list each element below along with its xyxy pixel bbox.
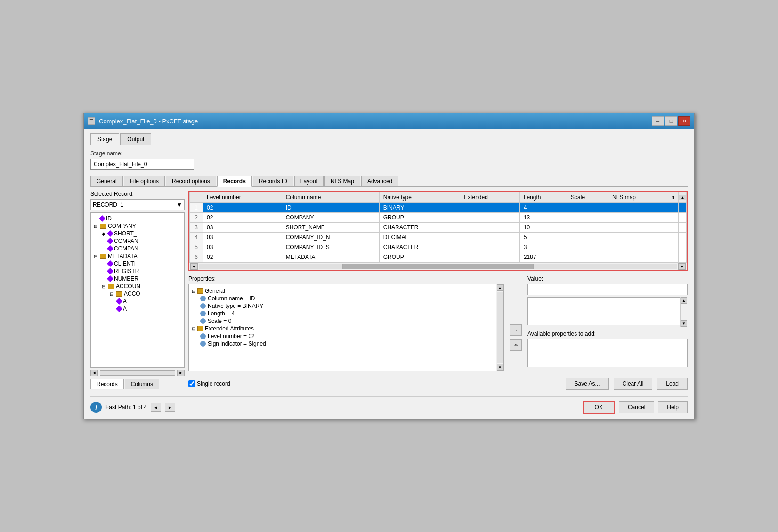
value-input[interactable] xyxy=(527,284,688,295)
tab-record-options[interactable]: Record options xyxy=(166,176,216,186)
cell-nlsmap xyxy=(608,213,667,223)
hscroll-right-btn[interactable]: ► xyxy=(678,263,686,270)
table-row[interactable]: 2 02 COMPANY GROUP 13 xyxy=(190,213,687,223)
tab-nls-map[interactable]: NLS Map xyxy=(324,176,360,186)
cell-length: 2187 xyxy=(519,252,567,262)
value-vscroll-down[interactable]: ▼ xyxy=(681,320,687,327)
tree-item-metadata: ⊟ METADATA xyxy=(93,252,182,260)
selected-record-dropdown[interactable]: RECORD_1 ▼ xyxy=(90,199,185,210)
add-property-button[interactable]: → xyxy=(510,324,522,336)
table-hscroll[interactable]: ◄ ► xyxy=(189,262,687,270)
prop-label: Column name = ID xyxy=(208,295,255,302)
expand-extended-icon[interactable]: ⊟ xyxy=(192,326,195,331)
vscroll-up-btn[interactable]: ▲ xyxy=(497,284,503,291)
cell-nativetype: CHARACTER xyxy=(379,223,460,233)
middle-arrows: → ↠ xyxy=(509,275,523,371)
cell-nativetype: GROUP xyxy=(379,252,460,262)
cell-colname: SHORT_NAME xyxy=(282,223,379,233)
tree-scroll-left[interactable]: ◄ xyxy=(90,370,98,376)
table-row[interactable]: 3 03 SHORT_NAME CHARACTER 10 xyxy=(190,223,687,233)
available-props-box[interactable] xyxy=(527,339,688,367)
minimize-button[interactable]: – xyxy=(652,116,664,126)
col-nativetype[interactable]: Native type xyxy=(379,192,460,203)
clear-all-button[interactable]: Clear All xyxy=(614,378,653,390)
bottom-tabs: Records Columns xyxy=(90,379,185,389)
prop-label: Extended Attributes xyxy=(205,325,254,332)
cell-nlsmap xyxy=(608,242,667,252)
tab-advanced[interactable]: Advanced xyxy=(361,176,398,186)
cell-extended xyxy=(460,233,520,242)
col-length[interactable]: Length xyxy=(519,192,567,203)
col-extended[interactable]: Extended xyxy=(460,192,520,203)
table-row[interactable]: 6 02 METADATA GROUP 2187 xyxy=(190,252,687,262)
tree-label: CLIENTI xyxy=(114,260,136,267)
ok-button[interactable]: OK xyxy=(583,401,615,414)
props-vscroll[interactable]: ▲ ▼ xyxy=(496,284,503,371)
hscroll-left-btn[interactable]: ◄ xyxy=(190,263,198,270)
cell-scroll xyxy=(679,242,687,252)
value-textarea[interactable] xyxy=(527,297,680,325)
tree-scroll-right[interactable]: ► xyxy=(177,370,185,376)
cell-nlsmap xyxy=(608,233,667,242)
row-num: 6 xyxy=(190,252,203,262)
info-icon: i xyxy=(90,402,102,413)
save-as-button[interactable]: Save As... xyxy=(566,378,609,390)
cell-scale xyxy=(567,233,608,242)
prev-nav-button[interactable]: ◄ xyxy=(151,403,161,412)
tab-records[interactable]: Records xyxy=(217,176,252,187)
tree-expand-acco[interactable]: ⊟ xyxy=(109,291,114,297)
hscroll-thumb[interactable] xyxy=(342,264,534,269)
single-record-checkbox[interactable] xyxy=(188,380,195,387)
row-num: 4 xyxy=(190,233,203,242)
col-level[interactable]: Level number xyxy=(203,192,282,203)
hscroll-track[interactable] xyxy=(199,264,677,269)
cell-n xyxy=(667,223,679,233)
tree-expand-metadata[interactable]: ⊟ xyxy=(93,254,98,259)
vscroll-down-btn[interactable]: ▼ xyxy=(497,364,503,371)
prop-item-signindicator: Sign indicator = Signed xyxy=(200,340,494,347)
add-property-end-button[interactable]: ↠ xyxy=(510,339,522,351)
maximize-button[interactable]: □ xyxy=(665,116,677,126)
diamond-icon xyxy=(107,230,113,237)
tab-columns-bottom[interactable]: Columns xyxy=(125,379,159,389)
data-table: Level number Column name Native type Ext… xyxy=(189,192,687,262)
tab-records-id[interactable]: Records ID xyxy=(253,176,293,186)
tab-output[interactable]: Output xyxy=(120,133,151,145)
load-button[interactable]: Load xyxy=(657,378,688,390)
tab-general[interactable]: General xyxy=(90,176,123,186)
help-button[interactable]: Help xyxy=(658,401,688,413)
tab-file-options[interactable]: File options xyxy=(124,176,165,186)
close-button[interactable]: ✕ xyxy=(678,116,690,126)
value-vscroll[interactable]: ▲ ▼ xyxy=(680,297,688,327)
fast-path-text: Fast Path: 1 of 4 xyxy=(105,404,147,411)
tab-layout[interactable]: Layout xyxy=(294,176,324,186)
table-row[interactable]: 4 03 COMPANY_ID_N DECIMAL 5 xyxy=(190,233,687,242)
cancel-button[interactable]: Cancel xyxy=(619,401,654,413)
tab-stage[interactable]: Stage xyxy=(90,133,119,145)
cell-colname: METADATA xyxy=(282,252,379,262)
col-colname[interactable]: Column name xyxy=(282,192,379,203)
tree-label: ACCO xyxy=(124,290,140,297)
cell-colname: COMPANY_ID_N xyxy=(282,233,379,242)
tree-view[interactable]: ID ⊟ COMPANY ◆ SHORT_ xyxy=(90,212,185,368)
tree-expand-accoun[interactable]: ⊟ xyxy=(101,284,106,289)
stage-name-input[interactable] xyxy=(90,159,194,170)
gear-icon xyxy=(200,296,206,301)
prop-item-extended-attrs[interactable]: ⊟ Extended Attributes xyxy=(192,325,494,332)
tree-label: REGISTR xyxy=(114,268,139,274)
value-vscroll-up[interactable]: ▲ xyxy=(681,297,687,304)
prop-item-colname: Column name = ID xyxy=(200,295,494,302)
tree-expand-company[interactable]: ⊟ xyxy=(93,224,98,229)
col-nlsmap[interactable]: NLS map xyxy=(608,192,667,203)
prop-item-general[interactable]: ⊟ General xyxy=(192,287,494,295)
single-record-checkbox-label[interactable]: Single record xyxy=(188,380,230,387)
table-row[interactable]: 5 03 COMPANY_ID_S CHARACTER 3 xyxy=(190,242,687,252)
cell-n xyxy=(667,242,679,252)
prop-item-scale: Scale = 0 xyxy=(200,317,494,325)
col-n[interactable]: n xyxy=(667,192,679,203)
col-scale[interactable]: Scale xyxy=(567,192,608,203)
table-row[interactable]: 1 02 ID BINARY 4 xyxy=(190,203,687,213)
next-nav-button[interactable]: ► xyxy=(165,403,175,412)
tab-records-bottom[interactable]: Records xyxy=(90,379,124,389)
expand-general-icon[interactable]: ⊟ xyxy=(192,289,195,294)
